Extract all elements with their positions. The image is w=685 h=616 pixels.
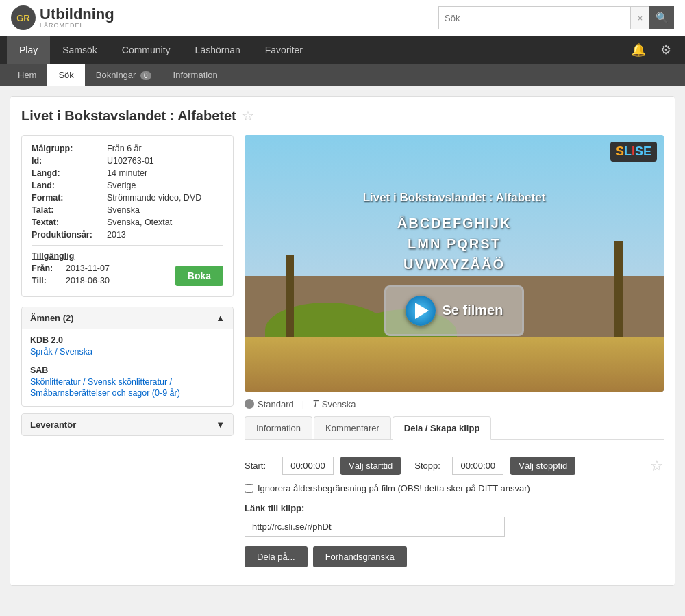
svenska-icon: T (312, 398, 319, 409)
tab-information[interactable]: Information (245, 416, 312, 439)
gear-icon: ⚙ (660, 42, 671, 57)
age-restriction-checkbox[interactable] (245, 484, 253, 493)
subjects-collapse-icon: ▲ (216, 313, 225, 323)
logo-title: Utbildning (40, 7, 114, 22)
logo-circle-text: GR (16, 13, 30, 23)
produktionsar-value: 2013 (107, 230, 126, 240)
start-time-button[interactable]: Välj starttid (340, 457, 401, 475)
settings-button[interactable]: ⚙ (653, 38, 678, 62)
subjects-body: KDB 2.0 Språk / Svenska SAB Skönlitterat… (22, 329, 233, 406)
bottom-controls: Standard | T Svenska (245, 398, 664, 409)
alphabet-display: ÅBCDEFGHIJK LMN PQRST UVWXYZÅÄÖ (397, 213, 511, 274)
search-clear-button[interactable]: × (630, 6, 649, 29)
dela-button[interactable]: Dela på... (245, 546, 308, 567)
age-restriction-label[interactable]: Ignorera åldersbegränsning på film (OBS!… (258, 483, 530, 493)
left-panel: Målgrupp: Från 6 år Id: U102763-01 Längd… (21, 135, 234, 574)
checkbox-row: Ignorera åldersbegränsning på film (OBS!… (245, 483, 664, 493)
alphabet-line3: UVWXYZÅÄÖ (397, 254, 511, 274)
nav-item-favoriter[interactable]: Favoriter (253, 36, 315, 64)
bell-button[interactable]: 🔔 (626, 38, 651, 62)
nav-item-community[interactable]: Community (110, 36, 183, 64)
standard-label: Standard (258, 399, 294, 409)
play-button[interactable]: Se filmen (384, 285, 525, 336)
leverantor-header[interactable]: Leverantör ▼ (22, 414, 233, 435)
textat-row: Textat: Svenska, Otextat (32, 218, 223, 227)
subject-separator (30, 361, 225, 361)
subnav: Hem Sök Bokningar 0 Information (0, 64, 685, 86)
play-label: Se filmen (443, 303, 503, 318)
id-label: Id: (32, 156, 107, 166)
subjects-header[interactable]: Ämnen (2) ▲ (22, 307, 233, 329)
info-table: Målgrupp: Från 6 år Id: U102763-01 Längd… (21, 135, 234, 297)
stopp-time-button[interactable]: Välj stopptid (510, 457, 575, 475)
kdb-link[interactable]: Språk / Svenska (30, 347, 225, 357)
logo: GR Utbildning LÄROMEDEL (11, 5, 114, 30)
tab-kommentarer[interactable]: Kommentarer (314, 416, 391, 439)
nav-item-play[interactable]: Play (7, 36, 50, 64)
langd-row: Längd: 14 minuter (32, 168, 223, 178)
land-row: Land: Sverige (32, 181, 223, 190)
sab-link2[interactable]: Småbarnsberättelser och sagor (0-9 år) (30, 388, 225, 398)
video-container[interactable]: SLISE Livet i Bokstavslandet : Alfabetet… (245, 135, 664, 392)
malgrupp-row: Målgrupp: Från 6 år (32, 144, 223, 153)
kdb-category: KDB 2.0 (30, 335, 225, 345)
time-row: Start: 00:00:00 Välj starttid Stopp: 00:… (245, 457, 664, 475)
fran-label: Från: (32, 264, 66, 273)
leverantor-section: Leverantör ▼ (21, 413, 234, 436)
nav-item-lashornan[interactable]: Läshörnan (183, 36, 253, 64)
boka-button[interactable]: Boka (175, 266, 223, 286)
nav-item-samsok[interactable]: Samsök (50, 36, 110, 64)
sab-link1[interactable]: Skönlitteratur / Svensk skönlitteratur / (30, 377, 225, 387)
search-input[interactable] (438, 6, 630, 29)
favorite-star-icon[interactable]: ☆ (242, 107, 254, 124)
subnav-item-hem[interactable]: Hem (7, 64, 47, 86)
page-title: Livet i Bokstavslandet : Alfabetet (21, 108, 236, 124)
till-label: Till: (32, 276, 66, 285)
textat-value: Svenska, Otextat (107, 218, 172, 227)
till-value: 2018-06-30 (66, 276, 110, 285)
tab-dela-skapa-klipp[interactable]: Dela / Skapa klipp (393, 416, 492, 440)
format-value: Strömmande video, DVD (107, 193, 201, 203)
malgrupp-label: Målgrupp: (32, 144, 107, 153)
logo-circle: GR (11, 5, 36, 30)
control-separator: | (302, 399, 304, 409)
land-value: Sverige (107, 181, 136, 190)
link-label: Länk till klipp: (245, 503, 664, 513)
subnav-item-bokningar[interactable]: Bokningar 0 (85, 64, 162, 86)
navbar: Play Samsök Community Läshörnan Favorite… (0, 36, 685, 64)
clip-star-icon[interactable]: ☆ (650, 457, 664, 475)
svenska-label: Svenska (322, 399, 356, 409)
link-section: Länk till klipp: (245, 503, 664, 537)
link-input[interactable] (245, 517, 505, 537)
standard-icon (245, 399, 254, 409)
start-time-display: 00:00:00 (282, 457, 334, 475)
tabs: Information Kommentarer Dela / Skapa kli… (245, 416, 664, 440)
langd-label: Längd: (32, 168, 107, 178)
availability-dates: Från: 2013-11-07 Till: 2018-06-30 (32, 264, 110, 288)
search-icon: 🔍 (656, 12, 669, 24)
subnav-item-information[interactable]: Information (162, 64, 229, 86)
leverantor-collapse-icon: ▼ (216, 420, 225, 430)
format-row: Format: Strömmande video, DVD (32, 193, 223, 203)
search-button[interactable]: 🔍 (649, 6, 674, 29)
talat-value: Svenska (107, 205, 140, 215)
main: Livet i Bokstavslandet : Alfabetet ☆ Mål… (0, 86, 685, 595)
standard-control[interactable]: Standard (245, 399, 294, 409)
subjects-section: Ämnen (2) ▲ KDB 2.0 Språk / Svenska SAB … (21, 307, 234, 407)
navbar-right: 🔔 ⚙ (626, 38, 678, 62)
availability-section: Från: 2013-11-07 Till: 2018-06-30 Boka (32, 264, 223, 288)
format-label: Format: (32, 193, 107, 203)
till-row: Till: 2018-06-30 (32, 276, 110, 285)
svenska-control[interactable]: T Svenska (312, 398, 356, 409)
id-value: U102763-01 (107, 156, 154, 166)
fran-row: Från: 2013-11-07 (32, 264, 110, 273)
subnav-item-sok[interactable]: Sök (47, 64, 84, 86)
textat-label: Textat: (32, 218, 107, 227)
action-buttons: Dela på... Förhandsgranska (245, 546, 664, 567)
title-row: Livet i Bokstavslandet : Alfabetet ☆ (21, 107, 664, 124)
bokningar-badge: 0 (140, 71, 151, 80)
forhandsgranska-button[interactable]: Förhandsgranska (313, 546, 407, 567)
sab-category: SAB (30, 365, 225, 375)
talat-row: Talat: Svenska (32, 205, 223, 215)
right-panel: SLISE Livet i Bokstavslandet : Alfabetet… (245, 135, 664, 574)
